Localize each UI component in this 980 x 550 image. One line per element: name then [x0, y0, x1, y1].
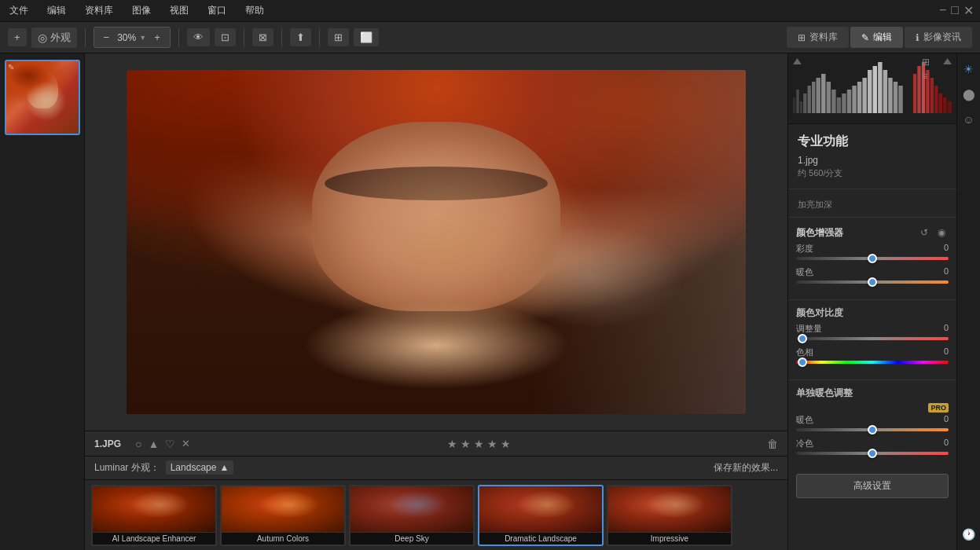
color-booster-module: 颜色增强器 ↺ ◉ 彩度 0 — [788, 221, 956, 296]
svg-rect-5 — [812, 82, 815, 113]
panel-divider-3 — [788, 299, 956, 300]
svg-rect-2 — [800, 101, 802, 113]
amount-slider-row: 调整量 0 — [796, 323, 949, 340]
x-mark[interactable]: ✕ — [182, 438, 190, 449]
zoom-increase-btn[interactable]: + — [149, 30, 165, 45]
svg-rect-17 — [873, 66, 877, 113]
amount-label: 调整量 — [796, 323, 822, 335]
warmth-thumb[interactable] — [868, 277, 877, 287]
warm-cool-module: 单独暖色调整 PRO 暖色 0 — [788, 383, 956, 468]
heart-icon[interactable]: ♡ — [165, 438, 175, 450]
amount-slider[interactable] — [796, 337, 949, 340]
export-btn[interactable]: ⬆ — [290, 28, 311, 46]
menu-edit[interactable]: 编辑 — [44, 2, 69, 19]
preset-name-impressive: Impressive — [608, 533, 731, 544]
preset-deep-sky[interactable]: Deep Sky — [349, 485, 475, 546]
menu-library[interactable]: 资料库 — [82, 2, 116, 19]
svg-rect-24 — [917, 66, 920, 113]
color-booster-toggle-btn[interactable]: ◉ — [934, 226, 949, 240]
cool-color-thumb[interactable] — [868, 449, 877, 458]
star-4[interactable]: ★ — [487, 438, 497, 450]
sun-tool-icon[interactable]: ☀ — [960, 60, 978, 79]
main-area: ✎ — [0, 53, 980, 550]
menu-view[interactable]: 视图 — [167, 2, 192, 19]
save-presets-btn[interactable]: 保存新的效果... — [714, 461, 778, 475]
saturation-value: 0 — [944, 243, 949, 255]
saturation-label: 彩度 — [796, 243, 813, 255]
menu-file[interactable]: 文件 — [6, 2, 31, 19]
star-1[interactable]: ★ — [447, 438, 457, 450]
preview-btn[interactable]: 👁 — [187, 28, 210, 46]
view-button[interactable]: ◎ 外观 — [31, 28, 77, 48]
tab-info-btn[interactable]: ℹ 影像资讯 — [905, 27, 972, 48]
color-booster-reset-btn[interactable]: ↺ — [917, 226, 931, 240]
delete-button[interactable]: 🗑 — [767, 438, 778, 450]
histogram-settings-icon[interactable]: ≡ — [922, 71, 930, 82]
pro-badge: PRO — [928, 403, 949, 412]
svg-rect-4 — [808, 86, 811, 113]
svg-rect-6 — [816, 78, 820, 113]
warm-color-label: 暖色 — [796, 414, 813, 426]
preset-impressive[interactable]: Impressive — [607, 485, 732, 546]
saturation-slider[interactable] — [796, 257, 949, 260]
panel-file-size: 约 560/分支 — [788, 167, 956, 185]
menu-window[interactable]: 窗口 — [204, 2, 229, 19]
image-viewport[interactable] — [85, 53, 787, 431]
warm-color-slider[interactable] — [796, 428, 949, 431]
advanced-settings-btn[interactable]: 高级设置 — [796, 474, 949, 498]
hue-thumb[interactable] — [798, 358, 807, 367]
window-maximize-btn[interactable]: □ — [951, 3, 959, 18]
svg-marker-32 — [793, 58, 802, 64]
library-icon: ⊞ — [798, 32, 806, 43]
star-5[interactable]: ★ — [501, 438, 511, 450]
compare-icon: ⊡ — [221, 31, 229, 43]
clock-tool-icon[interactable]: 🕐 — [960, 525, 978, 544]
warmth-slider[interactable] — [796, 280, 949, 284]
face-tool-icon[interactable]: ☺ — [960, 110, 978, 129]
svg-rect-21 — [894, 82, 897, 113]
preset-name-ai: AI Landscape Enhancer — [93, 533, 215, 544]
tab-library-btn[interactable]: ⊞ 资料库 — [787, 27, 849, 48]
tab-edit-btn[interactable]: ✎ 编辑 — [850, 27, 903, 48]
compare-btn[interactable]: ⊡ — [215, 28, 236, 46]
amount-thumb[interactable] — [798, 334, 807, 343]
panel-section-label: 加亮加深 — [788, 192, 956, 214]
presets-category-selector[interactable]: Landscape ▲ — [166, 460, 234, 475]
right-panel: ⊞ ≡ 专业功能 1.jpg 约 560/分支 加亮加深 颜色增强器 — [787, 53, 956, 550]
warmth-label: 暖色 — [796, 266, 813, 278]
preset-thumb-autumn — [222, 486, 344, 532]
cool-color-label: 冷色 — [796, 438, 813, 449]
star-3[interactable]: ★ — [474, 438, 484, 450]
hue-slider[interactable] — [796, 361, 949, 364]
center-main: 1.JPG ○ ▲ ♡ ✕ ★ ★ ★ ★ ★ 🗑 — [85, 53, 787, 550]
svg-rect-20 — [888, 78, 892, 113]
presets-header: Luminar 外观： Landscape ▲ 保存新的效果... — [85, 456, 787, 480]
window-minimize-btn[interactable]: − — [939, 3, 946, 18]
cool-color-value: 0 — [944, 438, 949, 449]
grid-btn[interactable]: ⊞ — [328, 28, 349, 46]
menu-help[interactable]: 帮助 — [242, 2, 267, 19]
window-close-btn[interactable]: ✕ — [963, 3, 974, 18]
flag-up-icon[interactable]: ▲ — [149, 438, 160, 450]
histogram-layers-icon[interactable]: ⊞ — [922, 57, 930, 68]
preset-name-autumn: Autumn Colors — [222, 533, 344, 544]
zoom-decrease-btn[interactable]: − — [99, 30, 115, 45]
svg-rect-30 — [943, 97, 946, 113]
single-icon: ⬜ — [360, 31, 373, 43]
crop-icon: ⊠ — [259, 31, 267, 43]
circle-icon[interactable]: ○ — [135, 438, 141, 450]
menu-image[interactable]: 图像 — [129, 2, 154, 19]
cool-color-slider[interactable] — [796, 452, 949, 455]
palette-tool-icon[interactable]: ⬤ — [960, 85, 978, 104]
preset-autumn[interactable]: Autumn Colors — [220, 485, 346, 546]
single-view-btn[interactable]: ⬜ — [354, 28, 379, 46]
add-button[interactable]: + — [8, 28, 27, 46]
crop-btn[interactable]: ⊠ — [252, 28, 273, 46]
preset-ai-landscape[interactable]: AI Landscape Enhancer — [91, 485, 217, 546]
warm-color-thumb[interactable] — [868, 425, 877, 434]
preset-dramatic[interactable]: Dramatic Landscape — [478, 485, 604, 546]
hue-label: 色相 — [796, 346, 813, 358]
star-2[interactable]: ★ — [461, 438, 471, 450]
film-thumbnail[interactable]: ✎ — [5, 60, 80, 135]
saturation-thumb[interactable] — [868, 254, 877, 263]
